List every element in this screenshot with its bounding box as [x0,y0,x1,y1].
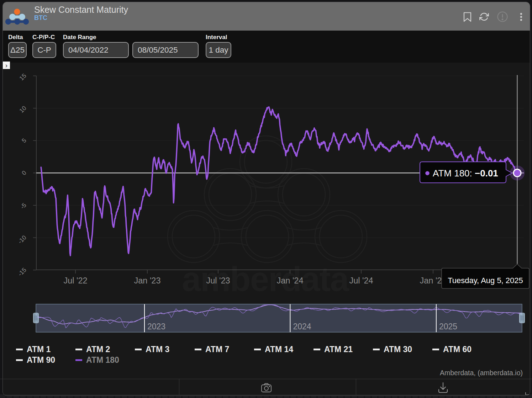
svg-text:Jul '22: Jul '22 [63,276,87,285]
svg-text:Tuesday, Aug 5, 2025: Tuesday, Aug 5, 2025 [448,276,523,285]
svg-text:Jul '24: Jul '24 [349,276,373,285]
svg-text:-10: -10 [17,234,28,245]
svg-text:5: 5 [21,137,28,144]
svg-text:2025: 2025 [439,322,457,331]
svg-text:-5: -5 [19,202,28,210]
svg-text:-15: -15 [17,266,28,277]
svg-text:Jul '23: Jul '23 [206,276,230,285]
svg-text:2023: 2023 [147,322,165,331]
svg-text:0: 0 [21,169,28,176]
svg-text:Jan '23: Jan '23 [134,276,160,285]
svg-text:Jan '24: Jan '24 [276,276,303,285]
svg-text:2024: 2024 [293,322,311,331]
svg-text:ATM 180: −0.01: ATM 180: −0.01 [433,168,498,179]
svg-text:10: 10 [18,105,28,114]
svg-text:15: 15 [18,72,28,82]
